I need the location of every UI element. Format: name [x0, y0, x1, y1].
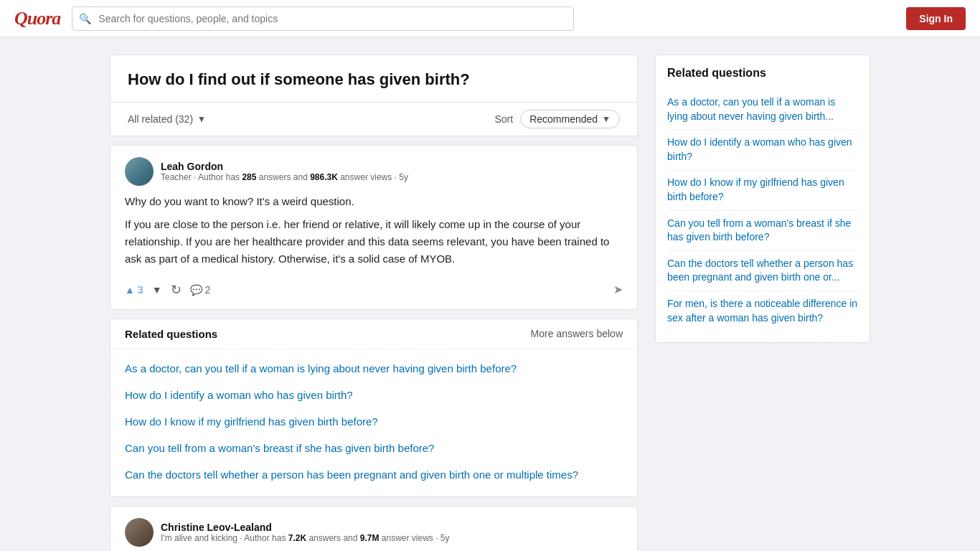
recommended-label: Recommended [529, 113, 598, 125]
related-inline-item[interactable]: Can you tell from a woman's breast if sh… [125, 435, 623, 461]
related-inline-box: Related questions More answers below As … [110, 319, 638, 497]
action-bar: ▲ 3 ▼ ↻ 💬 2 ➤ [125, 276, 623, 298]
main-content: How do I find out if someone has given b… [95, 55, 885, 551]
sidebar-box: Related questions As a doctor, can you t… [655, 55, 870, 343]
author-info: Christine Leov-Lealand I'm alive and kic… [161, 522, 623, 543]
sort-area: Sort Recommended ▼ [494, 110, 620, 128]
related-inline-title: Related questions [125, 328, 217, 340]
share-icon[interactable]: ➤ [613, 283, 623, 296]
related-inline-item[interactable]: As a doctor, can you tell if a woman is … [125, 355, 623, 382]
avatar [125, 518, 154, 547]
comment-count: 2 [205, 284, 211, 296]
filter-bar: All related (32) ▼ Sort Recommended ▼ [110, 103, 638, 136]
chevron-down-icon: ▼ [602, 114, 611, 124]
left-column: How do I find out if someone has given b… [110, 55, 638, 551]
upvote-count: 3 [138, 284, 143, 296]
author-row: Leah Gordon Teacher · Author has 285 ans… [125, 157, 623, 186]
sidebar-title: Related questions [667, 67, 858, 80]
quora-logo: Quora [14, 8, 60, 29]
search-container: 🔍 [72, 6, 574, 31]
related-inline-item[interactable]: Can the doctors tell whether a person ha… [125, 461, 623, 488]
chevron-down-icon: ▼ [197, 114, 206, 124]
sort-dropdown[interactable]: Recommended ▼ [520, 110, 620, 128]
related-inline-item[interactable]: How do I know if my girlfriend has given… [125, 408, 623, 435]
answer-first-line: Why do you want to know? It's a weird qu… [125, 193, 623, 210]
sidebar-link[interactable]: Can you tell from a woman's breast if sh… [667, 211, 858, 251]
answer-card: Leah Gordon Teacher · Author has 285 ans… [110, 145, 638, 310]
related-inline-header: Related questions More answers below [110, 319, 637, 349]
question-title: How do I find out if someone has given b… [128, 70, 620, 90]
header-right: Sign In [906, 7, 966, 30]
sidebar-link[interactable]: As a doctor, can you tell if a woman is … [667, 90, 858, 130]
author-meta: I'm alive and kicking · Author has 7.2K … [161, 533, 623, 543]
related-inline-list: As a doctor, can you tell if a woman is … [110, 349, 637, 496]
header: Quora 🔍 Sign In [0, 0, 980, 37]
all-related-filter[interactable]: All related (32) ▼ [128, 113, 206, 125]
author-name[interactable]: Christine Leov-Lealand [161, 522, 623, 533]
downvote-button[interactable]: ▼ [152, 284, 162, 296]
all-related-label: All related (32) [128, 113, 193, 125]
author-info: Leah Gordon Teacher · Author has 285 ans… [161, 161, 623, 182]
downvote-icon: ▼ [152, 284, 162, 296]
author-row: Christine Leov-Lealand I'm alive and kic… [125, 518, 623, 547]
more-answers-label: More answers below [531, 328, 623, 339]
author-meta: Teacher · Author has 285 answers and 986… [161, 172, 623, 182]
avatar-image [125, 518, 154, 547]
comment-icon: 💬 [190, 284, 202, 296]
sidebar-link[interactable]: How do I know if my girlfriend has given… [667, 170, 858, 210]
sign-in-button[interactable]: Sign In [906, 7, 966, 30]
answer-card: Christine Leov-Lealand I'm alive and kic… [110, 506, 638, 551]
upvote-icon: ▲ [125, 284, 135, 296]
answer-body: If you are close to the person i.e. her … [125, 216, 623, 268]
sidebar-link[interactable]: For men, is there a noticeable differenc… [667, 291, 858, 331]
search-icon: 🔍 [79, 13, 91, 24]
upvote-button[interactable]: ▲ 3 [125, 284, 143, 296]
sidebar-link[interactable]: Can the doctors tell whether a person ha… [667, 251, 858, 291]
right-sidebar: Related questions As a doctor, can you t… [655, 55, 870, 551]
avatar [125, 157, 154, 186]
avatar-image [125, 157, 154, 186]
sidebar-link[interactable]: How do I identify a woman who has given … [667, 130, 858, 170]
search-input[interactable] [72, 6, 574, 31]
share-repost-icon[interactable]: ↻ [171, 282, 182, 298]
related-inline-item[interactable]: How do I identify a woman who has given … [125, 382, 623, 408]
comment-button[interactable]: 💬 2 [190, 284, 211, 296]
author-name[interactable]: Leah Gordon [161, 161, 623, 172]
sort-label: Sort [494, 113, 513, 125]
question-box: How do I find out if someone has given b… [110, 55, 638, 103]
